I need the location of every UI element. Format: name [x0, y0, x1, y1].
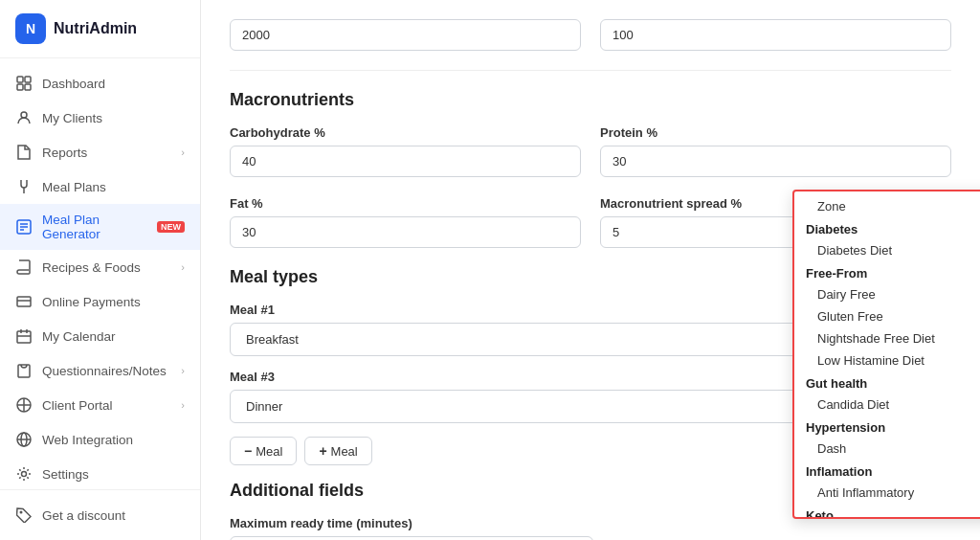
protein-input[interactable]	[600, 146, 951, 177]
sidebar-item-settings[interactable]: Settings	[0, 457, 200, 489]
protein-label: Protein %	[600, 125, 951, 140]
fat-input[interactable]	[230, 216, 581, 248]
app-logo: N NutriAdmin	[0, 0, 200, 58]
sidebar-item-online-payments[interactable]: Online Payments	[0, 284, 200, 319]
fat-label: Fat %	[230, 196, 581, 211]
main-content: Macronutrients Carbohydrate % Protein % …	[201, 0, 980, 540]
sidebar-label-dashboard: Dashboard	[42, 77, 185, 91]
svg-rect-1	[25, 77, 31, 82]
fat-field-group: Fat %	[230, 196, 581, 248]
tag-icon	[15, 506, 33, 524]
divider-1	[230, 70, 951, 71]
sidebar-item-get-a-discount[interactable]: Get a discount	[0, 498, 200, 532]
dropdown-item-low-histamine[interactable]: Low Histamine Diet	[794, 349, 980, 371]
sidebar-item-client-portal[interactable]: Client Portal ›	[0, 388, 200, 422]
chevron-right-icon-4: ›	[181, 399, 185, 411]
logo-icon: N	[15, 13, 46, 44]
portal-icon	[15, 396, 33, 414]
protein-field-group: Protein %	[600, 125, 951, 177]
sidebar-item-my-calendar[interactable]: My Calendar	[0, 319, 200, 353]
sidebar-bottom: Get a discount	[0, 489, 200, 540]
user-icon	[15, 109, 33, 126]
calories-input[interactable]	[230, 19, 581, 51]
add-meal-button[interactable]: + Meal	[304, 437, 371, 465]
svg-point-22	[20, 511, 23, 514]
sidebar-label-settings: Settings	[42, 467, 185, 482]
sidebar-label-web-integration: Web Integration	[42, 433, 185, 447]
sidebar-label-recipes-foods: Recipes & Foods	[42, 260, 171, 275]
svg-rect-16	[18, 365, 30, 377]
sidebar-label-meal-plans: Meal Plans	[42, 180, 185, 194]
remove-meal-button[interactable]: − Meal	[230, 437, 297, 465]
max-ready-input[interactable]	[230, 536, 593, 540]
dropdown-item-anti-inflammatory[interactable]: Anti Inflammatory	[794, 482, 980, 504]
file-icon	[15, 144, 33, 161]
second-top-input[interactable]	[600, 19, 951, 51]
dropdown-group-inflamation: Inflamation	[794, 460, 980, 482]
dropdown-item-nightshade-free[interactable]: Nightshade Free Diet	[794, 327, 980, 349]
sidebar: N NutriAdmin Dashboard My Clients Report…	[0, 0, 201, 540]
svg-rect-12	[17, 331, 31, 343]
dropdown-item-dairy-free[interactable]: Dairy Free	[794, 283, 980, 305]
carb-label: Carbohydrate %	[230, 125, 581, 140]
max-ready-group: Maximum ready time (minutes)	[230, 516, 593, 540]
clipboard-icon	[15, 362, 33, 379]
credit-card-icon	[15, 293, 33, 310]
sidebar-item-questionnaires-notes[interactable]: Questionnaires/Notes ›	[0, 353, 200, 388]
book-icon	[15, 259, 33, 276]
grid-icon	[15, 75, 33, 92]
gear-icon	[15, 465, 33, 483]
carb-protein-row: Carbohydrate % Protein %	[230, 125, 951, 177]
new-badge: NEW	[157, 221, 185, 233]
svg-point-4	[21, 112, 27, 118]
second-top-field-group	[600, 19, 951, 51]
plus-icon: +	[319, 443, 326, 459]
calories-field-group	[230, 19, 581, 51]
sidebar-item-my-clients[interactable]: My Clients	[0, 101, 200, 135]
svg-rect-3	[25, 84, 31, 90]
calendar-icon	[15, 327, 33, 345]
dropdown-group-gut-health: Gut health	[794, 371, 980, 394]
dropdown-item-gluten-free[interactable]: Gluten Free	[794, 305, 980, 327]
carb-input[interactable]	[230, 146, 581, 177]
sidebar-label-get-a-discount: Get a discount	[42, 508, 185, 523]
edit-icon	[15, 218, 33, 236]
sidebar-item-web-integration[interactable]: Web Integration	[0, 422, 200, 457]
globe-icon	[15, 431, 33, 448]
cutlery-icon	[15, 178, 33, 195]
dropdown-item-dash[interactable]: Dash	[794, 438, 980, 460]
top-inputs-row	[230, 19, 951, 51]
sidebar-label-questionnaires-notes: Questionnaires/Notes	[42, 364, 171, 378]
svg-rect-10	[17, 297, 31, 306]
sidebar-label-online-payments: Online Payments	[42, 295, 185, 309]
app-name: NutriAdmin	[54, 20, 137, 37]
svg-point-21	[22, 472, 27, 477]
diet-dropdown-list: Zone Diabetes Diabetes Diet Free-From Da…	[794, 191, 980, 517]
carb-field-group: Carbohydrate %	[230, 125, 581, 177]
sidebar-label-my-calendar: My Calendar	[42, 329, 185, 344]
sidebar-label-my-clients: My Clients	[42, 111, 185, 125]
sidebar-label-client-portal: Client Portal	[42, 398, 171, 413]
add-meal-label: Meal	[331, 444, 358, 459]
sidebar-label-meal-plan-generator: Meal Plan Generator	[42, 213, 145, 241]
svg-rect-2	[17, 84, 23, 90]
dropdown-item-zone[interactable]: Zone	[794, 195, 980, 217]
chevron-right-icon-2: ›	[181, 261, 185, 273]
sidebar-item-dashboard[interactable]: Dashboard	[0, 66, 200, 101]
diet-dropdown-overlay[interactable]: Zone Diabetes Diabetes Diet Free-From Da…	[792, 190, 980, 519]
max-ready-label: Maximum ready time (minutes)	[230, 516, 593, 530]
sidebar-item-recipes-foods[interactable]: Recipes & Foods ›	[0, 250, 200, 284]
dropdown-group-free-from: Free-From	[794, 261, 980, 283]
sidebar-label-reports: Reports	[42, 146, 171, 160]
dropdown-item-candida-diet[interactable]: Candida Diet	[794, 394, 980, 416]
dropdown-item-diabetes-diet[interactable]: Diabetes Diet	[794, 239, 980, 261]
sidebar-item-meal-plans[interactable]: Meal Plans	[0, 169, 200, 204]
dropdown-group-hypertension: Hypertension	[794, 416, 980, 438]
remove-meal-label: Meal	[256, 444, 282, 459]
sidebar-item-meal-plan-generator[interactable]: Meal Plan Generator NEW	[0, 204, 200, 250]
dropdown-group-keto: Keto	[794, 504, 980, 517]
svg-rect-0	[17, 77, 23, 82]
dropdown-group-diabetes: Diabetes	[794, 217, 980, 239]
sidebar-item-reports[interactable]: Reports ›	[0, 135, 200, 169]
chevron-right-icon-3: ›	[181, 365, 185, 376]
